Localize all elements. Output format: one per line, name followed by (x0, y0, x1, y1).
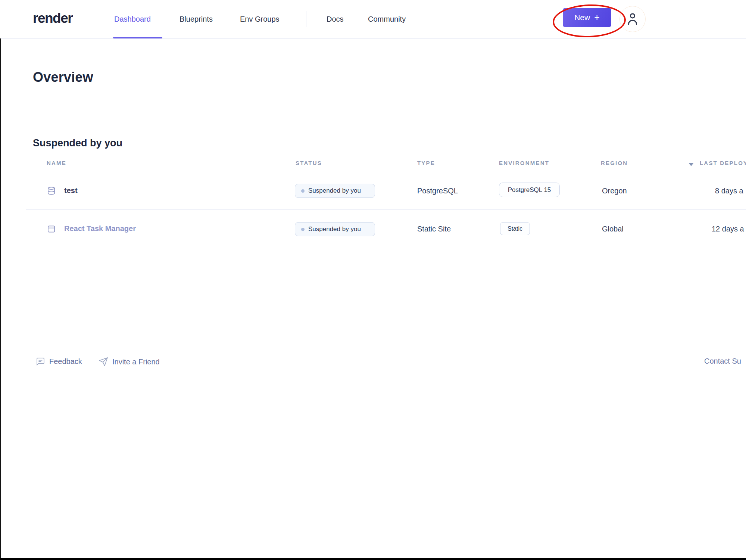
active-tab-underline (113, 37, 162, 38)
table-row-divider (26, 209, 746, 210)
feedback-label: Feedback (49, 357, 82, 366)
render-logo[interactable]: render (33, 10, 72, 26)
database-icon (47, 185, 56, 198)
window-bottom-edge (0, 558, 746, 560)
service-region: Oregon (602, 187, 627, 195)
service-type: Static Site (417, 225, 451, 233)
service-name-link[interactable]: test (64, 186, 78, 195)
status-badge-label: Suspended by you (308, 187, 361, 195)
column-header-type: TYPE (417, 160, 435, 166)
service-name-link[interactable]: React Task Manager (64, 224, 136, 233)
column-header-status: STATUS (296, 160, 322, 166)
window-left-edge (0, 38, 1, 558)
invite-friend-label: Invite a Friend (112, 358, 160, 366)
invite-friend-link[interactable]: Invite a Friend (99, 357, 160, 367)
nav-divider (306, 11, 306, 27)
nav-item-blueprints[interactable]: Blueprints (180, 11, 213, 27)
table-row-divider (26, 248, 746, 248)
account-avatar-icon[interactable] (625, 12, 640, 27)
feedback-link[interactable]: Feedback (36, 357, 82, 366)
nav-item-dashboard[interactable]: Dashboard (114, 11, 151, 27)
column-header-region: REGION (601, 160, 628, 166)
section-title: Suspended by you (33, 137, 122, 149)
column-header-name: NAME (47, 160, 66, 166)
render-dashboard-screen: render Dashboard Blueprints Env Groups D… (0, 0, 746, 560)
environment-badge: Static (500, 222, 530, 235)
service-type: PostgreSQL (417, 187, 458, 195)
status-badge: Suspended by you (295, 222, 375, 236)
nav-item-community[interactable]: Community (368, 11, 406, 27)
new-button[interactable]: New + (563, 8, 611, 27)
feedback-bubble-icon (36, 357, 45, 366)
last-deploy-value: 8 days a (715, 187, 743, 195)
page-title: Overview (33, 69, 93, 85)
status-dot-icon (301, 189, 305, 193)
plus-icon: + (594, 12, 600, 23)
status-badge-label: Suspended by you (308, 225, 361, 233)
environment-badge: PostgreSQL 15 (499, 183, 560, 197)
paper-plane-icon (99, 357, 108, 367)
nav-item-docs[interactable]: Docs (327, 11, 344, 27)
nav-item-env-groups[interactable]: Env Groups (240, 11, 280, 27)
column-header-environment: ENVIRONMENT (499, 160, 549, 166)
new-button-label: New (574, 13, 590, 22)
top-nav: render Dashboard Blueprints Env Groups D… (0, 0, 746, 39)
service-region: Global (602, 225, 624, 233)
contact-support-link[interactable]: Contact Su (704, 357, 741, 365)
status-dot-icon (301, 228, 305, 231)
last-deploy-value: 12 days a (712, 225, 744, 233)
status-badge: Suspended by you (295, 184, 375, 198)
table-header-divider (26, 170, 746, 170)
sort-descending-icon[interactable] (689, 163, 694, 166)
static-site-icon (47, 224, 56, 235)
column-header-last-deploy[interactable]: LAST DEPLOY (700, 160, 746, 166)
